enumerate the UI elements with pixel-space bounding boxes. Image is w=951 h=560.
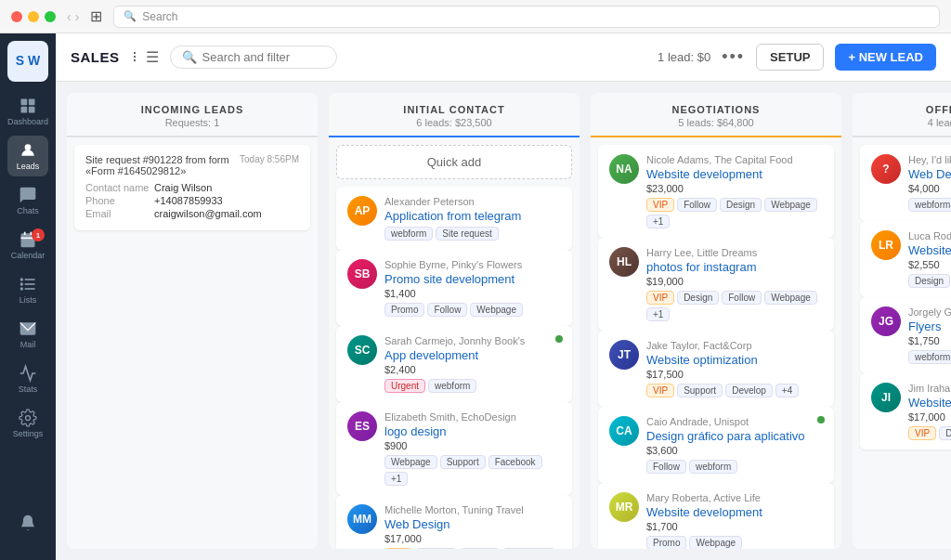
close-button[interactable] (11, 11, 22, 22)
maximize-button[interactable] (45, 11, 56, 22)
svg-point-16 (26, 416, 31, 421)
column-initial: INITIAL CONTACT 6 leads: $23,500 Quick a… (329, 93, 580, 549)
tag: Webpage (502, 548, 555, 549)
topbar: SALES ⫶ ☰ 🔍 1 lead: $0 ••• SETUP + NEW L… (56, 33, 951, 82)
column-incoming-title: INCOMING LEADS (80, 104, 305, 115)
lead-amount: $900 (384, 440, 561, 451)
list-item[interactable]: SCSarah Carmejo, Jonnhy Book'sApp develo… (336, 326, 572, 402)
tag: webform (428, 379, 476, 393)
list-item[interactable]: MMMichelle Morton, Tuning TravelWeb Desi… (336, 495, 572, 549)
lead-contact-name: Mary Roberta, Active Life (646, 492, 823, 503)
sidebar-item-leads-label: Leads (17, 162, 40, 171)
offer-leads-list: ?Hey, I'd like to order an online shop..… (860, 145, 951, 449)
lead-contact-name: Alexander Peterson (384, 196, 561, 207)
more-options-button[interactable]: ••• (722, 47, 745, 67)
list-item[interactable]: JGJorgely Gil, Pacific E...Flyers$1,750w… (860, 297, 951, 373)
contact-name-label: Contact name (85, 182, 150, 193)
avatar: SC (347, 335, 377, 365)
lead-deal-title: logo design (384, 424, 561, 438)
sidebar-item-stats[interactable]: Stats (7, 358, 48, 399)
incoming-lead-card[interactable]: Site request #901228 from form «Form #16… (74, 145, 310, 230)
column-initial-subtitle: 6 leads: $23,500 (342, 117, 567, 128)
list-item[interactable]: LRLuca Rodriguez, Op...Website optimiza.… (860, 221, 951, 297)
tag: Follow (460, 548, 500, 549)
quick-add-button[interactable]: Quick add (336, 145, 572, 179)
grid-icon[interactable]: ⊞ (90, 7, 102, 25)
lead-deal-title: Website optimiza... (908, 243, 951, 257)
address-bar[interactable]: 🔍 Search (113, 6, 940, 28)
lead-contact-name: Harry Lee, Little Dreams (646, 247, 823, 258)
minimize-button[interactable] (28, 11, 39, 22)
sidebar-item-dashboard[interactable]: Dashboard (7, 91, 48, 132)
tag: Urgent (384, 379, 425, 393)
list-item[interactable]: APAlexander PetersonApplication from tel… (336, 187, 572, 250)
lead-contact-name: Sarah Carmejo, Jonnhy Book's (384, 335, 561, 346)
lead-contact-name: Luca Rodriguez, Op... (908, 230, 951, 241)
column-initial-body: Quick add APAlexander PetersonApplicatio… (329, 137, 580, 549)
lead-amount: $3,600 (646, 445, 823, 456)
list-item[interactable]: NANicole Adams, The Capital FoodWebsite … (598, 145, 834, 238)
address-search-icon: 🔍 (124, 10, 137, 22)
svg-point-12 (20, 278, 23, 280)
tag: Site request (436, 227, 498, 241)
lead-amount: $17,500 (646, 369, 823, 380)
tag: +1 (384, 472, 408, 486)
sidebar-item-calendar[interactable]: 1 Calendar (7, 225, 48, 266)
sidebar-item-notifications[interactable] (7, 502, 48, 543)
setup-button[interactable]: SETUP (756, 44, 824, 71)
column-offer-title: OFFER (866, 104, 951, 115)
sidebar-item-settings-label: Settings (13, 429, 44, 438)
sidebar-item-lists[interactable]: Lists (7, 269, 48, 310)
window-controls[interactable] (11, 11, 56, 22)
sidebar-item-mail-label: Mail (20, 340, 36, 349)
sidebar-item-chats[interactable]: Chats (7, 180, 48, 221)
search-input[interactable] (202, 50, 314, 64)
lead-amount: $1,750 (908, 335, 951, 346)
lead-contact-name: Nicole Adams, The Capital Food (646, 154, 823, 165)
initial-leads-list: APAlexander PetersonApplication from tel… (336, 187, 572, 549)
list-item[interactable]: ?Hey, I'd like to order an online shop..… (860, 145, 951, 221)
sidebar-item-settings[interactable]: Settings (7, 403, 48, 444)
lead-contact-name: Caio Andrade, Unispot (646, 416, 823, 427)
tag: Design (720, 198, 762, 212)
address-text: Search (142, 10, 177, 23)
tag: Design (908, 274, 950, 288)
list-item[interactable]: JTJake Taylor, Fact&CorpWebsite optimiza… (598, 331, 834, 407)
tag: VIP (646, 198, 674, 212)
list-item[interactable]: JIJim Iraha, R&LWebsite develop...$17,00… (860, 373, 951, 449)
sidebar-item-mail[interactable]: Mail (7, 314, 48, 355)
contact-name-value: Craig Wilson (154, 182, 212, 193)
phone-label: Phone (85, 195, 150, 206)
svg-point-14 (20, 287, 23, 290)
menu-icon[interactable]: ☰ (146, 48, 159, 66)
sidebar-item-leads[interactable]: Leads (7, 136, 48, 176)
list-item[interactable]: SBSophie Byrne, Pinky's FlowersPromo sit… (336, 250, 572, 326)
tag: Promo (384, 303, 424, 317)
tag: Design (677, 291, 719, 305)
tag: +1 (646, 307, 670, 321)
lead-contact-name: Sophie Byrne, Pinky's Flowers (384, 259, 561, 270)
incoming-card-time: Today 8:56PM (240, 154, 299, 176)
page-title: SALES (71, 49, 120, 65)
tag: Webpage (384, 455, 437, 469)
list-item[interactable]: ESElizabeth Smith, EchoDesignlogo design… (336, 402, 572, 495)
sidebar-item-calendar-label: Calendar (11, 251, 46, 260)
tag: Webpage (689, 536, 742, 549)
lead-amount: $17,000 (384, 533, 561, 544)
tag: Desi... (939, 426, 951, 440)
lead-deal-title: Web Design (908, 167, 951, 181)
list-item[interactable]: CACaio Andrade, UnispotDesign gráfico pa… (598, 407, 834, 483)
forward-arrow-icon[interactable]: › (75, 9, 80, 24)
list-item[interactable]: HLHarry Lee, Little Dreamsphotos for ins… (598, 238, 834, 331)
tag: Webpage (764, 198, 817, 212)
column-initial-header: INITIAL CONTACT 6 leads: $23,500 (329, 93, 580, 137)
tag: Webpage (470, 303, 523, 317)
search-bar[interactable]: 🔍 (170, 46, 337, 69)
back-arrow-icon[interactable]: ‹ (67, 9, 72, 24)
new-lead-button[interactable]: + NEW LEAD (835, 44, 936, 71)
bar-chart-icon[interactable]: ⫶ (131, 48, 138, 66)
lead-deal-title: Design gráfico para aplicativo (646, 429, 823, 443)
list-item[interactable]: MRMary Roberta, Active LifeWebsite devel… (598, 483, 834, 549)
column-negotiations-subtitle: 5 leads: $64,800 (604, 117, 828, 128)
tag: webform (908, 198, 951, 212)
